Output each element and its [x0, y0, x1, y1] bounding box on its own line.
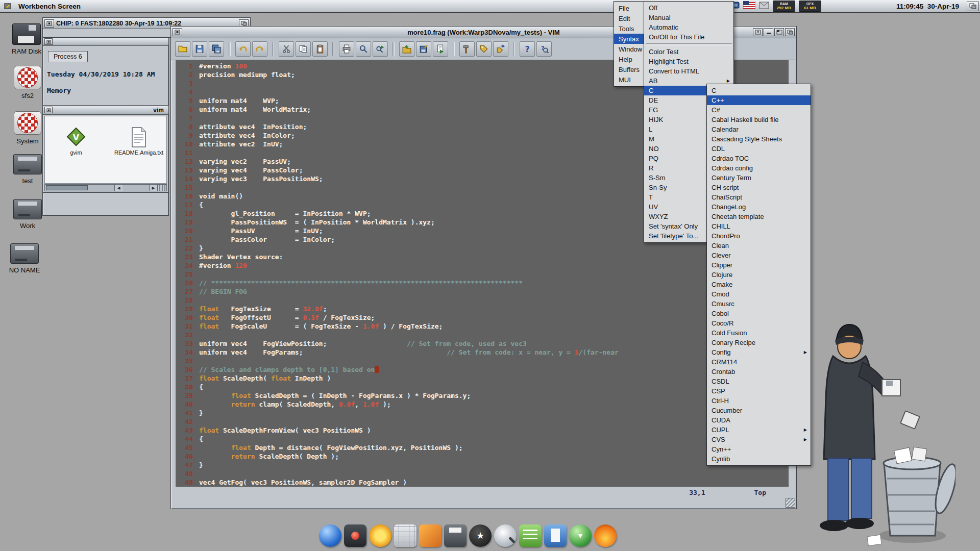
- screen-titlebar[interactable]: Workbench Screen RAM 292 MB GFX 61 MB 11…: [0, 0, 980, 13]
- scroll-right-icon[interactable]: ▶: [149, 185, 157, 191]
- boing-dock-icon[interactable]: [469, 524, 492, 547]
- c-submenu-item-conary-recipe[interactable]: Conary Recipe: [707, 338, 811, 347]
- notepad-dock-icon[interactable]: [519, 524, 542, 547]
- syntax-menu-item-automatic[interactable]: Automatic: [644, 22, 733, 32]
- find-button[interactable]: [356, 41, 371, 57]
- save-button[interactable]: [192, 41, 207, 57]
- c-submenu-item-cupl[interactable]: CUPL▶: [707, 425, 811, 435]
- c-submenu-item-cascading-style-sheets[interactable]: Cascading Style Sheets: [707, 134, 811, 144]
- c-submenu-item-cuda[interactable]: CUDA: [707, 415, 811, 425]
- resize-grip-icon[interactable]: [157, 185, 166, 191]
- menu-item-window[interactable]: Window: [614, 44, 646, 54]
- c-submenu-item-cmusrc[interactable]: Cmusrc: [707, 299, 811, 309]
- resize-handle[interactable]: [786, 498, 795, 508]
- menu-item-tools[interactable]: Tools: [614, 23, 646, 34]
- close-icon[interactable]: [44, 107, 53, 113]
- jump-screen-icon[interactable]: [753, 28, 763, 36]
- menu-item-help[interactable]: Help: [614, 54, 646, 64]
- c-submenu-item-c[interactable]: C#: [707, 105, 811, 115]
- menu-item-file[interactable]: File: [614, 3, 646, 13]
- find-next-button[interactable]: [373, 41, 388, 57]
- scroll-left-icon[interactable]: ◀: [114, 185, 122, 191]
- c-submenu-item-cmake[interactable]: Cmake: [707, 280, 811, 289]
- c-submenu-item-chaiscript[interactable]: ChaiScript: [707, 192, 811, 202]
- menu-item-mui[interactable]: MUI: [614, 74, 646, 85]
- open-button[interactable]: [175, 41, 190, 57]
- c-submenu-item-chordpro[interactable]: ChordPro: [707, 231, 811, 241]
- c-submenu-item-cmod[interactable]: Cmod: [707, 289, 811, 299]
- c-submenu-item-ch-script[interactable]: CH script: [707, 183, 811, 192]
- c-submenu-item-csp[interactable]: CSP: [707, 386, 811, 396]
- zoom-icon[interactable]: [774, 28, 784, 36]
- c-submenu-item-century-term[interactable]: Century Term: [707, 173, 811, 183]
- save-all-button[interactable]: [209, 41, 224, 57]
- files-window-titlebar[interactable]: vim: [43, 106, 168, 115]
- c-submenu-item-cyn[interactable]: Cyn++: [707, 444, 811, 454]
- workbench-dock-icon[interactable]: [319, 524, 341, 547]
- c-submenu-item-cvs[interactable]: CVS▶: [707, 435, 811, 444]
- file-icon-readme[interactable]: README.Amiga.txt: [110, 127, 167, 156]
- c-submenu-item-chill[interactable]: CHILL: [707, 221, 811, 231]
- c-submenu-item-cucumber[interactable]: Cucumber: [707, 406, 811, 415]
- cut-button[interactable]: [279, 41, 294, 57]
- c-submenu-item-clever[interactable]: Clever: [707, 251, 811, 260]
- desktop-icon-ram-disk[interactable]: RAM Disk: [5, 23, 48, 55]
- build-tags-button[interactable]: [476, 41, 492, 57]
- menu-item-syntax[interactable]: Syntax: [614, 34, 646, 44]
- horizontal-scrollbar[interactable]: ◀ ▶: [44, 184, 167, 191]
- blaze-dock-icon[interactable]: [594, 524, 617, 547]
- syntax-menu-item-on-off-for-this-file[interactable]: On/Off for This File: [644, 32, 733, 42]
- c-submenu-item-c[interactable]: C++: [707, 95, 811, 105]
- c-submenu-item-cabal-haskell-build-file[interactable]: Cabal Haskell build file: [707, 115, 811, 124]
- tag-jump-button[interactable]: [493, 41, 508, 57]
- c-submenu-item-cobol[interactable]: Cobol: [707, 309, 811, 318]
- file-icon-gvim[interactable]: V gvim: [65, 128, 87, 156]
- desktop-icon-no-name[interactable]: NO NAME: [3, 243, 46, 274]
- screen-depth-icon[interactable]: [967, 2, 979, 11]
- media-player-dock-icon[interactable]: [344, 524, 366, 547]
- c-submenu-item-config[interactable]: Config▶: [707, 347, 811, 357]
- find-help-button[interactable]: ?: [536, 41, 552, 57]
- syntax-menu-item-highlight-test[interactable]: Highlight Test: [644, 57, 733, 66]
- close-icon[interactable]: [44, 38, 53, 45]
- search-dock-icon[interactable]: [494, 524, 517, 547]
- c-submenu-item-clean[interactable]: Clean: [707, 241, 811, 251]
- c-submenu-item-ctrl-h[interactable]: Ctrl-H: [707, 396, 811, 406]
- mail-icon[interactable]: [759, 2, 769, 11]
- amiupdate-dock-icon[interactable]: [569, 524, 592, 547]
- redo-button[interactable]: [252, 41, 267, 57]
- c-submenu-item-changelog[interactable]: ChangeLog: [707, 202, 811, 212]
- process-window-titlebar[interactable]: [43, 38, 168, 46]
- documents-dock-icon[interactable]: [544, 524, 567, 547]
- c-submenu-item-csdl[interactable]: CSDL: [707, 377, 811, 386]
- c-submenu-item-cold-fusion[interactable]: Cold Fusion: [707, 328, 811, 338]
- scrollbar-knob[interactable]: [46, 185, 88, 190]
- c-submenu-item-cynlib[interactable]: Cynlib: [707, 454, 811, 464]
- c-submenu-item-coco-r[interactable]: Coco/R: [707, 318, 811, 328]
- close-icon[interactable]: [44, 19, 54, 28]
- c-submenu-item-cheetah-template[interactable]: Cheetah template: [707, 212, 811, 221]
- iconify-icon[interactable]: [764, 28, 773, 36]
- help-button[interactable]: ?: [520, 41, 535, 57]
- c-submenu-item-calendar[interactable]: Calendar: [707, 124, 811, 134]
- print-button[interactable]: [339, 41, 354, 57]
- c-submenu-item-cdrdao-toc[interactable]: Cdrdao TOC: [707, 154, 811, 163]
- syntax-menu-item-manual[interactable]: Manual: [644, 13, 733, 22]
- locale-flag-icon[interactable]: [743, 1, 755, 11]
- c-submenu-item-c[interactable]: C: [707, 86, 811, 95]
- process-tab[interactable]: Process 6: [48, 51, 88, 62]
- syntax-menu-item-color-test[interactable]: Color Test: [644, 47, 733, 57]
- c-submenu-item-crontab[interactable]: Crontab: [707, 367, 811, 377]
- c-submenu-item-cdl[interactable]: CDL: [707, 144, 811, 154]
- run-script-button[interactable]: [433, 41, 448, 57]
- c-submenu-item-clipper[interactable]: Clipper: [707, 260, 811, 270]
- c-submenu-item-crm114[interactable]: CRM114: [707, 357, 811, 367]
- copy-button[interactable]: [296, 41, 311, 57]
- load-session-button[interactable]: [399, 41, 414, 57]
- depth-icon[interactable]: [785, 28, 795, 36]
- syntax-menu-item-off[interactable]: Off: [644, 3, 733, 13]
- menu-item-edit[interactable]: Edit: [614, 13, 646, 23]
- printer-dock-icon[interactable]: [444, 524, 467, 547]
- c-submenu-item-cdrdao-config[interactable]: Cdrdao config: [707, 163, 811, 173]
- calculator-dock-icon[interactable]: [394, 524, 416, 547]
